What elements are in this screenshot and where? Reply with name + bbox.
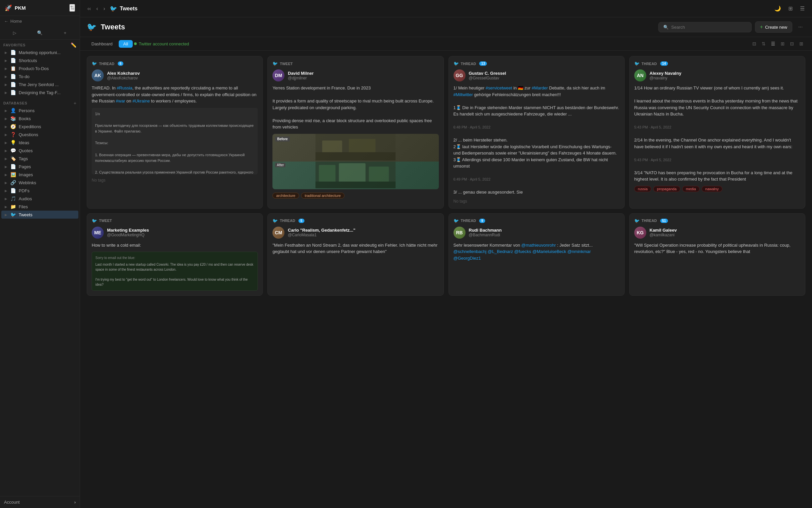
avatar: AN	[634, 70, 646, 81]
board-view-button[interactable]: ⊟	[788, 40, 796, 48]
sidebar-item-tweets[interactable]: ▶ 🐦 Tweets	[1, 211, 78, 219]
avatar: CM	[273, 227, 284, 239]
tag-media[interactable]: media	[682, 186, 700, 192]
svg-rect-3	[316, 152, 395, 161]
sidebar-item-audios[interactable]: ▶ 🎵 Audios	[1, 195, 78, 203]
dark-mode-button[interactable]: 🌙	[772, 3, 783, 14]
grid-view-button[interactable]: ⊞	[779, 40, 786, 48]
sidebar-item-images[interactable]: ▶ 🖼️ Images	[1, 171, 78, 178]
sidebar-item-label: To-do	[19, 74, 75, 79]
card-content: "Will Special Operation increase probabi…	[634, 242, 800, 255]
sidebar-item-pdfs[interactable]: ▶ 📄 PDFs	[1, 186, 78, 195]
tweet-card-2[interactable]: 🐦 TWEET DM David Milner @djjmilner Yerre…	[268, 56, 443, 209]
user-info: Marketing Examples @GoodMarketingHQ	[107, 228, 149, 237]
user-name: Carlo "Realism, Gedankenfetz..."	[288, 228, 355, 232]
tweet-card-8[interactable]: 🐦 THREAD 51 KG Kamil Galeev @kamilkazani…	[629, 213, 805, 296]
sidebar-item-ideas[interactable]: ▶ 💡 Ideas	[1, 138, 78, 146]
sidebar-collapse-button[interactable]: ⇅	[69, 4, 75, 12]
item-icon: 🏷️	[10, 156, 16, 161]
sidebar-item-persons[interactable]: ▶ 👤 Persons	[1, 107, 78, 115]
sidebar-search-button[interactable]: 🔍	[28, 28, 52, 37]
home-label: Home	[10, 19, 22, 24]
nav-forward-button[interactable]: ›	[101, 4, 107, 13]
tag-russia[interactable]: russia	[634, 186, 651, 192]
tweet-card-1[interactable]: 🐦 THREAD 6 AK Alex Kokcharov @AlexKokcha…	[87, 56, 263, 209]
content-actions: 🔍 + Create new ···	[658, 22, 805, 33]
tag-architecture[interactable]: architecture	[273, 193, 299, 199]
after-label: After	[275, 163, 285, 167]
sidebar-item-weblinks[interactable]: ▶ 🔗 Weblinks	[1, 178, 78, 186]
table-view-button[interactable]: ⊞	[797, 40, 805, 48]
sidebar-item-label: Questions	[19, 132, 75, 137]
sidebar-item-tags[interactable]: ▶ 🏷️ Tags	[1, 155, 78, 163]
chevron-icon: ▶	[5, 173, 7, 177]
favorites-edit-icon[interactable]: ✏️	[71, 42, 76, 48]
sidebar-add-button[interactable]: +	[53, 28, 77, 37]
tweet-card-4[interactable]: 🐦 THREAD 14 AN Alexey Navalny @navalny 1…	[629, 56, 805, 209]
more-options-button[interactable]: ···	[796, 22, 805, 32]
user-name: Gustav C. Gressel	[469, 71, 506, 76]
timestamp: 6:48 PM · April 5, 2022	[453, 125, 490, 129]
account-label: Account	[4, 500, 20, 505]
tag-propaganda[interactable]: propaganda	[653, 186, 680, 192]
sidebar-item-product-todos[interactable]: ▶ 📋 Product-To-Dos	[1, 65, 78, 73]
card-user: GG Gustav C. Gressel @GresselGustav	[453, 70, 620, 81]
sidebar-item-marketing[interactable]: ▶ 📄 Marketing opportuni...	[1, 48, 78, 56]
databases-section: DATABASES + ▶ 👤 Persons ▶ 📚 Books ▶ 🧭 Ex…	[0, 98, 80, 220]
favorites-section: FAVORITES ✏️ ▶ 📄 Marketing opportuni... …	[0, 40, 80, 98]
tag-traditional-architecture[interactable]: traditional architecture	[301, 193, 344, 199]
tweet-card-7[interactable]: 🐦 THREAD 9 RB Rudi Bachmann @BachmannRud…	[448, 213, 625, 296]
nav-back-button[interactable]: ‹‹	[85, 4, 93, 13]
svg-rect-7	[369, 167, 389, 183]
search-bar[interactable]: 🔍	[658, 22, 752, 32]
chevron-icon: ▶	[5, 213, 7, 217]
sidebar-item-jerry[interactable]: ▶ 📄 The Jerry Seinfold ...	[1, 80, 78, 88]
card-header: 🐦 TWEET	[273, 61, 438, 66]
account-section[interactable]: Account ›	[0, 496, 80, 508]
timestamp-2: 5:43 PM · April 5, 2022	[634, 158, 671, 162]
after-image: After	[273, 162, 438, 189]
tweet-card-6[interactable]: 🐦 THREAD 5 CM Carlo "Realism, Gedankenfe…	[268, 213, 443, 296]
sidebar-item-designing[interactable]: ▶ 📄 Designing the Tag-F...	[1, 88, 78, 96]
sidebar-item-shortcuts[interactable]: ▶ 📄 Shortcuts	[1, 56, 78, 65]
twitter-connection-status: Twitter account connected	[134, 41, 189, 46]
item-icon: 📄	[10, 74, 16, 79]
tag-nawalny[interactable]: nawalny	[702, 186, 722, 192]
card-type-label: THREAD	[280, 219, 295, 223]
sidebar-item-files[interactable]: ▶ 📁 Files	[1, 203, 78, 211]
card-tags: architecture traditional architecture	[273, 193, 438, 199]
sidebar-item-quotes[interactable]: ▶ 💬 Quotes	[1, 146, 78, 155]
before-label: Before	[275, 136, 290, 141]
back-icon: ←	[4, 19, 8, 24]
create-new-button[interactable]: + Create new	[755, 22, 792, 33]
list-view-button[interactable]: ☰	[769, 40, 777, 48]
tab-dashboard[interactable]: Dashboard	[87, 40, 117, 48]
home-link[interactable]: ← Home	[0, 16, 80, 26]
card-header: 🐦 TWEET	[92, 218, 258, 223]
sidebar-item-label: PDFs	[19, 188, 75, 193]
user-info: David Milner @djjmilner	[288, 71, 314, 80]
sidebar-play-button[interactable]: ▷	[3, 28, 27, 37]
user-info: Carlo "Realism, Gedankenfetz..." @CarloM…	[288, 228, 355, 237]
tab-all[interactable]: All	[119, 40, 133, 48]
sidebar-item-questions[interactable]: ▶ ❓ Questions	[1, 130, 78, 138]
svg-rect-2	[349, 139, 376, 154]
nav-prev-button[interactable]: ‹	[94, 4, 100, 13]
item-icon: 📁	[10, 204, 16, 209]
databases-add-icon[interactable]: +	[74, 100, 76, 106]
sort-button[interactable]: ⇅	[760, 40, 768, 48]
sidebar-item-pages[interactable]: ▶ 📄 Pages	[1, 163, 78, 171]
content-title-icon: 🐦	[87, 23, 97, 32]
chevron-icon: ▶	[5, 149, 7, 153]
filter-button[interactable]: ⊟	[750, 40, 758, 48]
sidebar-item-todo[interactable]: ▶ 📄 To-do	[1, 73, 78, 80]
sidebar-item-books[interactable]: ▶ 📚 Books	[1, 115, 78, 123]
tweet-card-3[interactable]: 🐦 THREAD 13 GG Gustav C. Gressel @Gresse…	[448, 56, 625, 209]
user-name: Alex Kokcharov	[107, 71, 140, 76]
tweet-card-5[interactable]: 🐦 TWEET ME Marketing Examples @GoodMarke…	[87, 213, 263, 296]
twitter-icon: 🐦	[92, 61, 97, 66]
sidebar-item-expeditions[interactable]: ▶ 🧭 Expeditions	[1, 123, 78, 130]
search-input[interactable]	[671, 25, 747, 30]
windows-button[interactable]: ⊞	[786, 3, 795, 14]
menu-button[interactable]: ☰	[798, 3, 807, 14]
